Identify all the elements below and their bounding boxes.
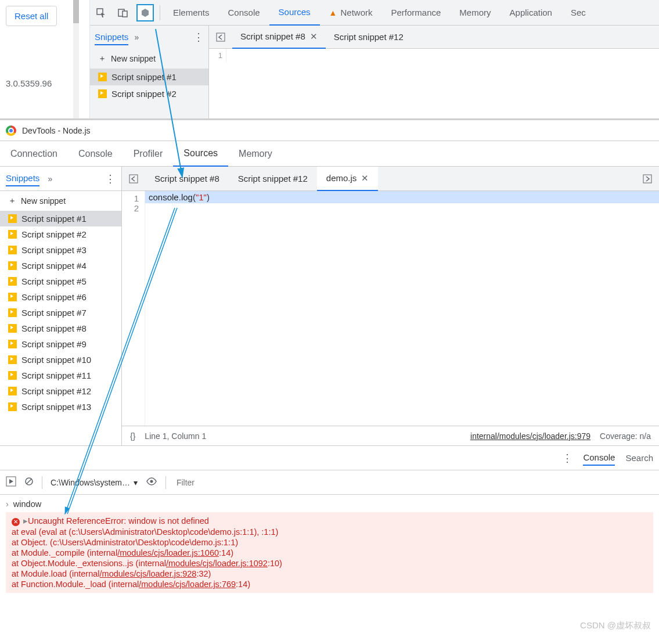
snippet-item[interactable]: Script snippet #2 [0,226,121,242]
error-icon: ✕ [12,518,20,526]
scrollbar-track[interactable] [73,0,79,118]
console-controls: C:\Windows\system…▾ [0,470,659,495]
file-tab[interactable]: Script snippet #12 [229,167,317,191]
tab-performance[interactable]: Performance [381,0,450,26]
nav-back-icon[interactable] [125,171,142,187]
kebab-menu-icon[interactable]: ⋮ [193,31,204,44]
snippet-icon [8,371,17,380]
tab-sec[interactable]: Sec [561,0,595,26]
tabs-overflow-icon[interactable]: » [134,33,139,42]
stack-frame[interactable]: at Module._compile (internal/modules/cjs… [12,548,647,558]
snippet-item[interactable]: Script snippet #8 [0,321,121,336]
snippet-item[interactable]: Script snippet #3 [0,242,121,258]
scrollbar-thumb[interactable] [73,0,79,23]
file-tab[interactable]: Script snippet #8 [145,167,229,191]
snippet-item[interactable]: Script snippet #13 [0,399,121,415]
snippet-item[interactable]: Script snippet #12 [0,383,121,399]
inspect-icon[interactable] [92,4,110,21]
snippet-icon [8,402,17,411]
snippet-item[interactable]: Script snippet #2 [90,85,208,102]
snippet-icon [98,73,107,81]
play-icon[interactable] [6,476,16,488]
window-title: DevTools - Node.js [22,126,91,135]
nodejs-icon[interactable] [136,4,154,21]
eye-icon[interactable] [146,477,157,487]
search-tab[interactable]: Search [625,451,653,465]
tab-application[interactable]: Application [500,0,561,26]
nav-back-icon[interactable] [213,29,229,45]
sidebar: Snippets » ⋮ ＋New snippet Script snippet… [0,167,122,445]
svg-rect-2 [123,11,127,17]
tab-sources[interactable]: Sources [269,0,320,26]
snippet-item[interactable]: Script snippet #6 [0,289,121,305]
stack-frame[interactable]: at Function.Module._load (internal/modul… [12,579,647,589]
stack-frame[interactable]: at Module.load (internal/modules/cjs/loa… [12,569,647,579]
snippet-list: Script snippet #1Script snippet #2 [90,69,208,102]
chevron-down-icon: ▾ [134,478,138,487]
snippet-icon [8,214,17,223]
svg-line-9 [27,479,31,484]
stack-frame[interactable]: at Object.Module._extensions..js (intern… [12,558,647,569]
line-gutter: 1 2 [122,191,145,426]
snippets-tab[interactable]: Snippets [6,171,39,186]
version-text: 3.0.5359.96 [6,78,84,88]
devtools-tabs: ElementsConsoleSources▲NetworkPerformanc… [164,0,595,26]
snippet-item[interactable]: Script snippet #1 [0,211,121,226]
console-tab[interactable]: Console [583,450,615,466]
tab-sources[interactable]: Sources [173,141,228,167]
snippet-icon [8,355,17,364]
nav-forward-icon[interactable] [639,171,656,187]
file-tab-bar: Script snippet #8✕Script snippet #12 [209,26,659,49]
file-tab[interactable]: demo.js✕ [317,167,379,191]
snippet-item[interactable]: Script snippet #7 [0,305,121,321]
snippet-item[interactable]: Script snippet #11 [0,368,121,383]
source-link[interactable]: internal/modules/cjs/loader.js:979 [470,431,590,441]
error-header[interactable]: ✕▸Uncaught ReferenceError: window is not… [12,516,647,527]
snippet-item[interactable]: Script snippet #9 [0,336,121,352]
snippet-item[interactable]: Script snippet #10 [0,352,121,368]
snippet-item[interactable]: Script snippet #1 [90,69,208,85]
svg-marker-3 [142,9,149,17]
snippet-icon [8,324,17,333]
snippet-item[interactable]: Script snippet #5 [0,274,121,289]
plus-icon: ＋ [98,53,106,64]
pretty-print-icon[interactable]: {} [130,431,135,441]
console-input-row[interactable]: ›window [6,498,653,510]
window-titlebar[interactable]: DevTools - Node.js [0,120,659,141]
tab-console[interactable]: Console [68,141,123,167]
stack-frame[interactable]: at eval (eval at (c:\Users\Administrator… [12,527,647,537]
snippets-tab[interactable]: Snippets [95,30,128,45]
kebab-menu-icon[interactable]: ⋮ [105,172,116,185]
sidebar-tabbar: Snippets » ⋮ [0,167,121,191]
tab-network[interactable]: ▲Network [320,0,382,26]
code-editor[interactable]: 1 2 console.log("1") [122,191,659,426]
line-gutter: 1 [209,49,226,62]
new-snippet-button[interactable]: ＋New snippet [90,49,208,69]
tab-profiler[interactable]: Profiler [123,141,174,167]
tab-connection[interactable]: Connection [0,141,68,167]
tab-memory[interactable]: Memory [228,141,283,167]
context-selector[interactable]: C:\Windows\system…▾ [51,478,138,487]
close-icon[interactable]: ✕ [361,173,369,184]
sources-panel: Snippets » ⋮ ＋New snippet Script snippet… [90,26,659,118]
tabs-overflow-icon[interactable]: » [48,174,52,184]
caret-icon: › [6,499,9,509]
file-tab[interactable]: Script snippet #12 [326,26,412,49]
reset-all-button[interactable]: Reset all [6,6,57,26]
tab-memory[interactable]: Memory [450,0,500,26]
context-label: C:\Windows\system… [51,478,130,487]
clear-console-icon[interactable] [24,477,34,488]
close-icon[interactable]: ✕ [310,31,318,42]
tab-elements[interactable]: Elements [164,0,219,26]
snippet-item[interactable]: Script snippet #4 [0,258,121,274]
tab-console[interactable]: Console [219,0,269,26]
sidebar-tabs: Snippets » ⋮ [90,26,208,49]
new-snippet-button[interactable]: ＋New snippet [0,191,121,211]
file-tab[interactable]: Script snippet #8✕ [232,26,326,49]
stack-frame[interactable]: at Object. (c:\Users\Administrator\Deskt… [12,537,647,548]
filter-input[interactable] [174,476,653,490]
kebab-menu-icon[interactable]: ⋮ [562,452,572,465]
device-toggle-icon[interactable] [114,4,132,21]
svg-rect-5 [129,175,138,183]
drawer-tabbar: ⋮ Console Search [0,446,659,470]
